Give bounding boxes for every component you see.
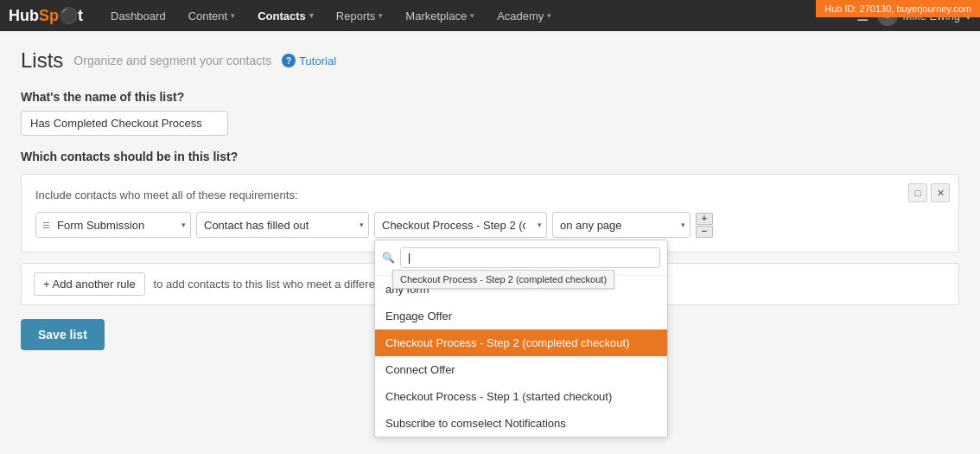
logo-highlight: Sp — [39, 7, 59, 24]
nav-dashboard[interactable]: Dashboard — [100, 0, 176, 31]
minus-button[interactable]: − — [696, 226, 713, 238]
contacts-section: Which contacts should be in this list? I… — [21, 150, 959, 305]
dropdown-item-connect-offer[interactable]: Connect Offer — [375, 356, 667, 383]
dropdown-item-checkout-step1[interactable]: Checkout Process - Step 1 (started check… — [375, 383, 667, 410]
checkout-tooltip: Checkout Process - Step 2 (completed che… — [392, 270, 614, 289]
contact-filled-dropdown-wrapper: Contact has filled out ▾ — [196, 212, 369, 238]
nav-reports[interactable]: Reports ▾ — [326, 0, 394, 31]
rule-action-buttons: □ ✕ — [908, 183, 950, 202]
list-name-input[interactable] — [21, 111, 228, 136]
hub-id-banner: Hub ID: 270130, buyerjourney.com — [816, 0, 980, 17]
rule-header: Include contacts who meet all of these r… — [35, 189, 945, 201]
copy-rule-button[interactable]: □ — [908, 183, 927, 202]
page-title: Lists — [21, 48, 63, 73]
marketplace-caret: ▾ — [470, 11, 474, 20]
dropdown-search-input[interactable] — [400, 247, 660, 268]
delete-rule-button[interactable]: ✕ — [931, 183, 950, 202]
nav-items: Dashboard Content ▾ Contacts ▾ Reports ▾… — [100, 0, 562, 31]
contacts-caret: ▾ — [309, 11, 314, 20]
checkout-step-dropdown-wrapper: Checkout Process - Step 2 (co... ▾ 🔍 any… — [374, 212, 547, 238]
dropdown-item-subscribe[interactable]: Subscribe to comselect Notifications — [375, 410, 667, 437]
search-icon: 🔍 — [382, 252, 395, 264]
nav-contacts[interactable]: Contacts ▾ — [247, 0, 324, 31]
dropdown-item-checkout-step2[interactable]: Checkout Process - Step 2 (completed che… — [375, 329, 667, 356]
list-name-section: What's the name of this list? — [21, 90, 959, 136]
nav-academy[interactable]: Academy ▾ — [487, 0, 562, 31]
page-header: Lists Organize and segment your contacts… — [21, 48, 959, 73]
nav-marketplace[interactable]: Marketplace ▾ — [395, 0, 485, 31]
form-submission-select[interactable]: Form Submission — [35, 212, 191, 238]
tutorial-icon: ? — [282, 54, 296, 67]
rule-controls-row: ☰ Form Submission ▾ Contact has filled o… — [35, 212, 945, 238]
brand-logo[interactable]: HubSp⚫t — [9, 6, 83, 25]
checkout-dropdown-popup: 🔍 any form Engage Offer Checkout Process… — [374, 240, 668, 438]
page-container: Lists Organize and segment your contacts… — [0, 31, 980, 454]
plus-minus-buttons: + − — [696, 213, 713, 238]
hubspot-logo: HubSp⚫t — [9, 6, 83, 25]
checkout-step-select[interactable]: Checkout Process - Step 2 (co... — [374, 212, 547, 238]
plus-button[interactable]: + — [696, 213, 713, 225]
contacts-question: Which contacts should be in this list? — [21, 150, 959, 163]
nav-content[interactable]: Content ▾ — [178, 0, 246, 31]
any-page-dropdown-wrapper: on any page ▾ — [552, 212, 690, 238]
tutorial-link[interactable]: ? Tutorial — [282, 54, 336, 67]
reports-caret: ▾ — [379, 11, 383, 20]
page-subtitle: Organize and segment your contacts — [73, 54, 271, 67]
save-list-button[interactable]: Save list — [21, 319, 105, 350]
add-rule-button[interactable]: + Add another rule — [34, 272, 145, 296]
contact-filled-select[interactable]: Contact has filled out — [196, 212, 369, 238]
rule-container: Include contacts who meet all of these r… — [21, 174, 959, 253]
academy-caret: ▾ — [547, 11, 551, 20]
any-page-select[interactable]: on any page — [552, 212, 690, 238]
dropdown-item-engage-offer[interactable]: Engage Offer — [375, 303, 667, 329]
dropdown-list: any form Engage Offer Checkout Process -… — [375, 276, 667, 437]
form-submission-dropdown-wrapper: ☰ Form Submission ▾ — [35, 212, 191, 238]
content-caret: ▾ — [231, 11, 235, 20]
list-name-label: What's the name of this list? — [21, 90, 959, 104]
navbar: HubSp⚫t Dashboard Content ▾ Contacts ▾ R… — [0, 0, 980, 31]
